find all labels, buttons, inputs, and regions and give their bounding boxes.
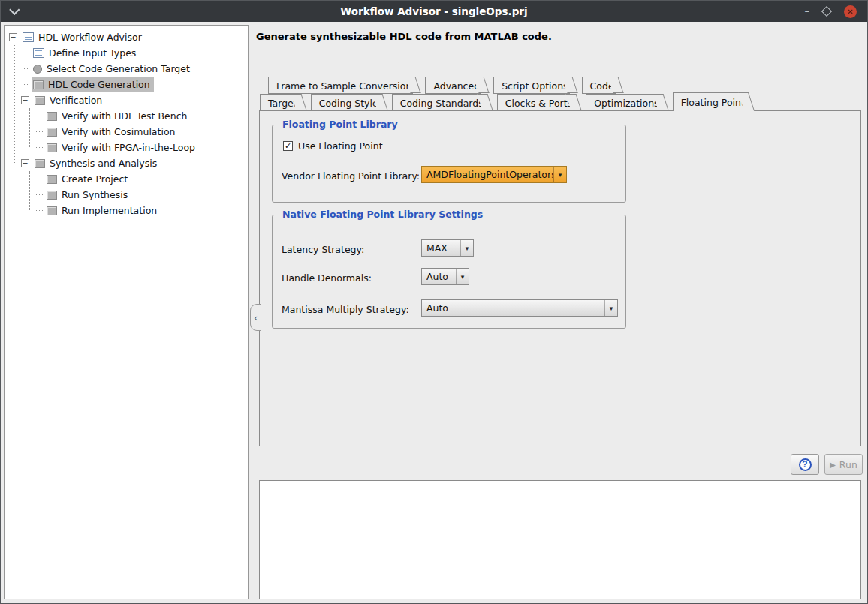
minimize-icon[interactable]: – xyxy=(805,8,810,15)
tree-item-label: Select Code Generation Target xyxy=(47,63,190,74)
tab-slant-edge xyxy=(738,92,755,111)
native-floating-point-settings-group: Native Floating Point Library Settings L… xyxy=(272,215,626,329)
handle-denormals-select[interactable]: Auto ▾ xyxy=(421,268,469,285)
floating-point-library-group: Floating Point Library ✓ Use Floating Po… xyxy=(272,125,626,203)
tree-stub xyxy=(23,84,29,85)
tree-item-label: HDL Workflow Advisor xyxy=(38,32,142,43)
tree-stub xyxy=(36,210,43,211)
close-icon[interactable]: ✕ xyxy=(844,5,857,18)
play-icon: ▶ xyxy=(830,461,836,469)
tree-stub xyxy=(23,68,29,69)
chevron-down-icon[interactable]: ▾ xyxy=(460,240,473,256)
tab-code[interactable]: Code xyxy=(582,77,616,94)
chevron-down-icon[interactable] xyxy=(9,5,20,15)
run-button[interactable]: ▶ Run xyxy=(824,454,863,475)
run-button-label: Run xyxy=(839,459,857,470)
combo-value: Auto xyxy=(422,300,453,316)
sidebar-item-run-synthesis[interactable]: Run Synthesis xyxy=(5,187,248,203)
checkbox-checked-icon[interactable]: ✓ xyxy=(283,141,293,151)
workflow-tree-panel: − HDL Workflow Advisor Define Input Type… xyxy=(4,25,249,599)
combo-value: AMDFloatingPointOperators xyxy=(422,167,553,182)
advisor-icon xyxy=(23,32,34,42)
tree-item-label: HDL Code Generation xyxy=(48,79,150,90)
tree-item-label: Synthesis and Analysis xyxy=(50,158,157,169)
tree-item-label: Run Implementation xyxy=(62,205,157,216)
tab-strip-row1: Frame to Sample Conversion Advanced Scri… xyxy=(268,77,628,94)
sidebar-item-hdl-workflow-advisor[interactable]: − HDL Workflow Advisor xyxy=(5,29,248,45)
sidebar-item-define-input-types[interactable]: Define Input Types xyxy=(5,45,248,61)
tab-label: Coding Style xyxy=(319,98,378,109)
tab-label: Clocks & Ports xyxy=(505,98,572,109)
tree-item-label: Verify with Cosimulation xyxy=(62,126,175,137)
status-log-panel[interactable] xyxy=(259,480,861,599)
tab-label: Frame to Sample Conversion xyxy=(276,80,411,92)
tree-item-label: Verification xyxy=(50,95,102,106)
tab-coding-standards[interactable]: Coding Standards xyxy=(392,94,485,111)
tab-label: Advanced xyxy=(433,80,480,92)
tab-advanced[interactable]: Advanced xyxy=(425,77,481,94)
tab-strip-row2: Target Coding Style Coding Standards Clo… xyxy=(260,94,758,111)
block-icon xyxy=(47,175,57,184)
workflow-tree: − HDL Workflow Advisor Define Input Type… xyxy=(5,26,248,218)
task-icon xyxy=(33,48,44,58)
block-icon xyxy=(47,206,57,215)
latency-strategy-select[interactable]: MAX ▾ xyxy=(421,239,474,257)
tab-label: Coding Standards xyxy=(400,98,484,109)
tab-clocks-ports[interactable]: Clocks & Ports xyxy=(497,94,574,111)
tree-stub xyxy=(36,131,43,132)
tree-stub xyxy=(36,116,43,116)
sidebar-item-verify-with-fpga-in-the-loop[interactable]: Verify with FPGA-in-the-Loop xyxy=(5,140,248,155)
chevron-down-icon[interactable]: ▾ xyxy=(604,300,617,316)
restore-icon[interactable] xyxy=(821,6,832,17)
tab-optimizations[interactable]: Optimizations xyxy=(586,94,660,111)
latency-strategy-label: Latency Strategy: xyxy=(282,244,364,255)
sidebar-item-verify-with-hdl-test-bench[interactable]: Verify with HDL Test Bench xyxy=(5,108,248,124)
tree-stub xyxy=(36,147,43,148)
collapse-toggle-icon[interactable]: − xyxy=(21,159,29,167)
block-icon xyxy=(47,143,57,152)
page-title: Generate synthesizable HDL code from MAT… xyxy=(256,31,552,42)
block-icon xyxy=(35,96,45,105)
handle-denormals-label: Handle Denormals: xyxy=(282,272,372,284)
chevron-down-icon[interactable]: ▾ xyxy=(456,269,469,284)
tab-script-options[interactable]: Script Options xyxy=(493,77,569,94)
collapse-toggle-icon[interactable]: − xyxy=(9,33,17,41)
chevron-down-icon[interactable]: ▾ xyxy=(553,167,566,182)
block-icon xyxy=(35,159,45,168)
group-title: Floating Point Library xyxy=(279,119,402,130)
mantissa-multiply-strategy-select[interactable]: Auto ▾ xyxy=(421,299,618,317)
tab-label: Script Options xyxy=(502,80,568,92)
tab-coding-style[interactable]: Coding Style xyxy=(311,94,380,111)
sidebar-collapse-handle[interactable]: ‹ xyxy=(250,304,261,331)
sidebar-item-verification[interactable]: − Verification xyxy=(5,92,248,108)
workflow-advisor-window: Workflow Advisor - singleOps.prj – ✕ − H… xyxy=(0,0,868,604)
block-icon xyxy=(47,112,57,121)
checkbox-label: Use Floating Point xyxy=(298,140,383,152)
chevron-left-icon: ‹ xyxy=(254,312,258,323)
tab-label: Optimizations xyxy=(594,98,659,109)
sidebar-item-verify-with-cosimulation[interactable]: Verify with Cosimulation xyxy=(5,124,248,140)
tree-item-label: Create Project xyxy=(62,173,128,185)
sidebar-item-synthesis-and-analysis[interactable]: − Synthesis and Analysis xyxy=(5,155,248,171)
vendor-floating-point-library-select[interactable]: AMDFloatingPointOperators ▾ xyxy=(421,166,567,183)
help-button[interactable]: ? xyxy=(791,454,819,475)
window-controls: – ✕ xyxy=(805,1,857,22)
tree-item-label: Define Input Types xyxy=(49,47,136,59)
group-title: Native Floating Point Library Settings xyxy=(279,209,487,220)
circle-icon xyxy=(33,65,42,74)
tab-target[interactable]: Target xyxy=(260,94,299,111)
tab-frame-to-sample-conversion[interactable]: Frame to Sample Conversion xyxy=(268,77,413,94)
use-floating-point-checkbox[interactable]: ✓ Use Floating Point xyxy=(283,140,383,152)
tab-floating-point[interactable]: Floating Point xyxy=(673,92,746,111)
tree-stub xyxy=(36,194,43,195)
tree-item-label: Run Synthesis xyxy=(62,189,128,200)
tab-label: Floating Point xyxy=(681,97,745,108)
sidebar-item-hdl-code-generation[interactable]: HDL Code Generation xyxy=(5,77,248,92)
collapse-toggle-icon[interactable]: − xyxy=(21,96,29,104)
titlebar[interactable]: Workflow Advisor - singleOps.prj – ✕ xyxy=(1,1,867,22)
mantissa-multiply-strategy-label: Mantissa Multiply Strategy: xyxy=(282,304,409,315)
sidebar-item-select-code-generation-target[interactable]: Select Code Generation Target xyxy=(5,61,248,77)
tree-item-label: Verify with FPGA-in-the-Loop xyxy=(62,142,195,153)
sidebar-item-create-project[interactable]: Create Project xyxy=(5,171,248,187)
sidebar-item-run-implementation[interactable]: Run Implementation xyxy=(5,203,248,218)
